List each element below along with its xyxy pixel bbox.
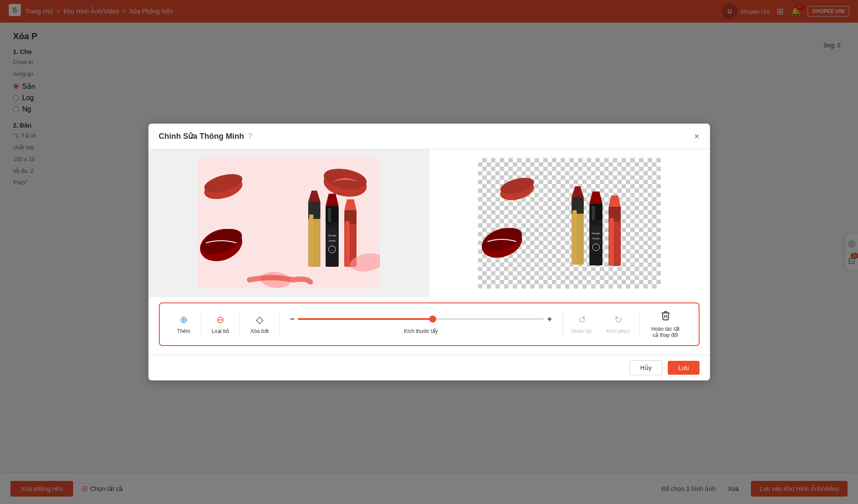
svg-marker-39	[589, 192, 602, 204]
svg-rect-15	[326, 206, 339, 222]
erase-tool-label: Xóa bớt	[250, 328, 269, 334]
modal-title: Chinh Sửa Thông Minh	[159, 131, 244, 141]
erase-tool-icon: ◇	[256, 314, 263, 326]
reset-all-button[interactable]: Hoàn tác tất cả thay đổi	[641, 308, 690, 341]
tool-remove[interactable]: ⊖ Loại bỏ	[203, 312, 238, 337]
tool-erase[interactable]: ◇ Xóa bớt	[242, 312, 277, 337]
redo-button[interactable]: ↻ Khôi phục	[599, 312, 637, 337]
original-image: Giorgio Armani +	[197, 158, 380, 289]
slider-row: − +	[290, 315, 552, 324]
divider-1	[201, 313, 201, 335]
slider-minus-icon[interactable]: −	[290, 315, 295, 324]
svg-rect-24	[345, 221, 350, 267]
tool-add[interactable]: ⊕ Thêm	[168, 312, 199, 337]
svg-text:Giorgio: Giorgio	[328, 234, 336, 237]
modal-toolbar: ⊕ Thêm ⊖ Loại bỏ ◇ Xóa bớt − +	[159, 302, 700, 346]
undo-redo-section: ↺ Hoàn tác ↻ Khôi phục	[565, 312, 637, 337]
remove-tool-label: Loại bỏ	[212, 328, 229, 334]
trash-icon	[660, 310, 671, 323]
svg-rect-40	[592, 206, 595, 220]
modal-close-button[interactable]: ×	[694, 132, 700, 141]
svg-rect-17	[328, 208, 331, 222]
slider-label: Kích thước tẩy	[404, 328, 438, 334]
svg-text:Giorgio: Giorgio	[592, 232, 600, 235]
svg-text:+: +	[596, 246, 597, 249]
divider-3	[279, 313, 279, 335]
svg-rect-13	[309, 215, 313, 267]
svg-rect-49	[609, 218, 614, 266]
reset-all-label: Hoàn tác tất cả thay đổi	[648, 326, 683, 338]
modal-original-panel: Giorgio Armani +	[148, 149, 429, 297]
svg-marker-48	[609, 195, 621, 207]
svg-text:Armani: Armani	[329, 239, 336, 242]
svg-marker-12	[308, 191, 320, 202]
processed-image: Giorgio Armani +	[478, 158, 661, 289]
modal-overlay: Chinh Sửa Thông Minh ? ×	[0, 0, 858, 504]
undo-label: Hoàn tác	[572, 328, 592, 334]
modal-dialog: Chinh Sửa Thông Minh ? ×	[148, 124, 710, 380]
modal-processed-panel: Giorgio Armani +	[429, 149, 710, 297]
svg-rect-36	[572, 210, 577, 265]
divider-4	[562, 313, 563, 335]
redo-icon: ↻	[614, 314, 622, 326]
save-button[interactable]: Lưu	[668, 361, 700, 375]
modal-header: Chinh Sửa Thông Minh ? ×	[148, 124, 710, 149]
divider-5	[639, 313, 639, 335]
slider-section: − + Kích thước tẩy	[281, 312, 561, 337]
svg-rect-41	[591, 225, 601, 245]
brush-size-slider[interactable]	[298, 318, 544, 320]
svg-text:Armani: Armani	[592, 237, 599, 240]
svg-marker-23	[344, 199, 357, 210]
redo-label: Khôi phục	[606, 328, 630, 334]
undo-icon: ↺	[578, 314, 586, 326]
svg-rect-18	[327, 228, 337, 247]
processed-image-svg: Giorgio Armani +	[478, 158, 661, 289]
svg-text:+: +	[331, 249, 333, 251]
svg-rect-38	[589, 204, 602, 220]
svg-marker-16	[326, 194, 339, 206]
add-tool-label: Thêm	[177, 328, 191, 334]
slider-plus-icon[interactable]: +	[547, 315, 552, 324]
original-image-svg: Giorgio Armani +	[197, 158, 380, 289]
cancel-button[interactable]: Hủy	[629, 360, 663, 375]
help-icon[interactable]: ?	[248, 132, 252, 140]
divider-2	[239, 313, 240, 335]
svg-marker-35	[572, 186, 584, 197]
remove-tool-icon: ⊖	[216, 314, 224, 326]
undo-button[interactable]: ↺ Hoàn tác	[565, 312, 599, 337]
modal-body: Giorgio Armani +	[148, 149, 710, 297]
add-tool-icon: ⊕	[180, 314, 188, 326]
modal-footer: Hủy Lưu	[148, 355, 710, 380]
